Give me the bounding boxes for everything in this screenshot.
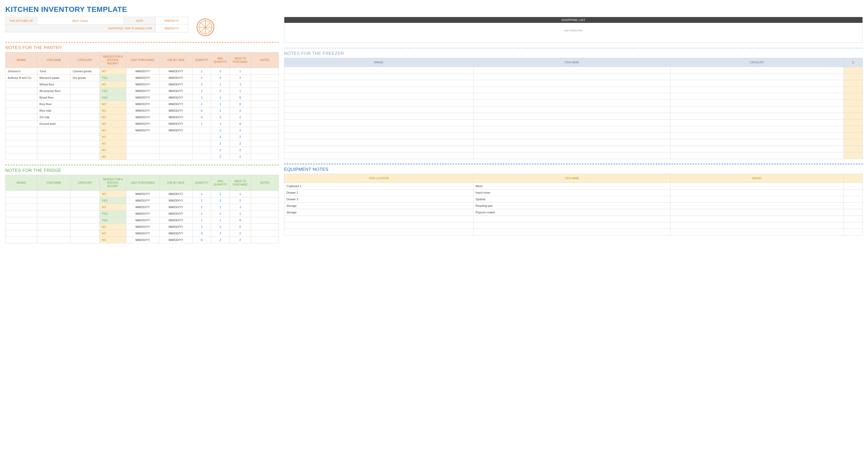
cell-last[interactable]: MM/DD/YY [126,127,159,134]
cell[interactable] [473,120,671,126]
cell-last[interactable]: MM/DD/YY [126,101,159,107]
cell-brand[interactable] [5,94,37,101]
cell[interactable] [844,229,863,235]
cell-brand[interactable] [5,114,37,121]
table-row[interactable]: Johnson'sTunaCanned goodsNOMM/DD/YYMM/DD… [5,68,279,75]
cell-location[interactable] [284,216,473,222]
cell-needed[interactable]: NO [100,140,126,147]
table-row[interactable] [284,74,863,80]
cell-last[interactable]: MM/DD/YY [126,197,159,204]
cell-notes[interactable] [251,204,279,210]
cell-qty[interactable]: 0 [192,107,211,114]
cell-useby[interactable]: MM/DD/YY [159,204,192,210]
table-row[interactable]: NO22 [5,134,279,140]
cell[interactable] [670,120,843,126]
cell-notes[interactable] [251,107,279,114]
cell-qty[interactable]: 1 [192,121,211,127]
cell[interactable] [670,113,843,120]
cell-notes[interactable] [251,127,279,134]
cell-notes[interactable] [251,75,279,81]
cell-needed[interactable]: NO [100,81,126,88]
cell-needed[interactable] [844,126,863,133]
cell-useby[interactable]: MM/DD/YY [159,210,192,217]
cell-needed[interactable]: NO [100,121,126,127]
cell-notes[interactable] [251,134,279,140]
table-row[interactable]: NO22 [5,147,279,154]
cell-brand[interactable]: Johnson's [5,68,37,75]
cell-ntp[interactable]: 2 [229,197,251,204]
cell-last[interactable]: MM/DD/YY [126,114,159,121]
cell-useby[interactable]: MM/DD/YY [159,81,192,88]
cell-useby[interactable]: MM/DD/YY [159,101,192,107]
cell-notes[interactable] [251,147,279,154]
cell-ntp[interactable]: 0 [229,217,251,224]
cell[interactable] [844,196,863,203]
cell-qty[interactable]: 2 [192,204,211,210]
cell-category[interactable] [70,154,100,160]
cell-item[interactable] [37,210,70,217]
cell-useby[interactable]: MM/DD/YY [159,237,192,243]
cell-qty[interactable]: 0 [192,230,211,237]
cell-useby[interactable] [159,154,192,160]
cell[interactable] [284,133,473,139]
cell-ntp[interactable]: 2 [229,114,251,121]
cell-ntp[interactable]: 2 [229,134,251,140]
cell-needed[interactable]: NO [100,230,126,237]
cell-category[interactable]: Canned goods [70,68,100,75]
cell[interactable] [670,74,843,80]
table-row[interactable]: All-purpose flourYESMM/DD/YYMM/DD/YY121 [5,88,279,94]
cell[interactable] [284,67,473,74]
cell[interactable] [670,93,843,100]
cell[interactable] [473,146,671,153]
cell-notes[interactable] [251,230,279,237]
cell-qty[interactable]: 1 [192,191,211,197]
cell-needed[interactable] [844,67,863,74]
cell-brand[interactable] [5,230,37,237]
cell-brand[interactable] [670,190,843,196]
cell[interactable] [284,120,473,126]
cell-item[interactable]: Roasting pan [473,203,671,209]
cell-category[interactable] [70,140,100,147]
cell[interactable] [670,100,843,106]
cell-useby[interactable]: MM/DD/YY [159,197,192,204]
cell-max[interactable]: 2 [211,68,229,75]
cell-item[interactable] [37,140,70,147]
cell-brand[interactable] [670,222,843,229]
cell-brand[interactable] [5,237,37,243]
cell-notes[interactable] [251,94,279,101]
cell-brand[interactable] [5,107,37,114]
cell-needed[interactable] [844,100,863,106]
cell-useby[interactable]: MM/DD/YY [159,230,192,237]
cell-last[interactable]: MM/DD/YY [126,191,159,197]
table-row[interactable]: 2% milkNOMM/DD/YYMM/DD/YY022 [5,114,279,121]
cell-useby[interactable]: MM/DD/YY [159,94,192,101]
cell-notes[interactable] [251,68,279,75]
cell[interactable] [670,133,843,139]
cell-notes[interactable] [251,224,279,230]
cell-notes[interactable] [251,88,279,94]
cell-needed[interactable] [844,120,863,126]
cell-useby[interactable] [159,147,192,154]
cell[interactable] [284,126,473,133]
cell-qty[interactable]: 0 [192,237,211,243]
cell-item[interactable] [37,147,70,154]
cell-qty[interactable] [192,147,211,154]
cell-location[interactable]: Drawer 3 [284,196,473,203]
cell-notes[interactable] [251,101,279,107]
cell-item[interactable] [37,217,70,224]
cell-useby[interactable]: MM/DD/YY [159,127,192,134]
cell-ntp[interactable]: 0 [229,94,251,101]
cell-last[interactable]: MM/DD/YY [126,75,159,81]
cell-notes[interactable] [251,140,279,147]
table-row[interactable] [284,216,863,222]
cell-last[interactable] [126,154,159,160]
cell-needed[interactable] [844,133,863,139]
cell-last[interactable]: MM/DD/YY [126,68,159,75]
cell-useby[interactable]: MM/DD/YY [159,217,192,224]
cell-brand[interactable] [5,121,37,127]
cell-needed[interactable]: NO [100,191,126,197]
cell-max[interactable]: 1 [211,224,229,230]
cell-ntp[interactable]: -1 [229,204,251,210]
table-row[interactable] [284,120,863,126]
cell-last[interactable]: MM/DD/YY [126,94,159,101]
